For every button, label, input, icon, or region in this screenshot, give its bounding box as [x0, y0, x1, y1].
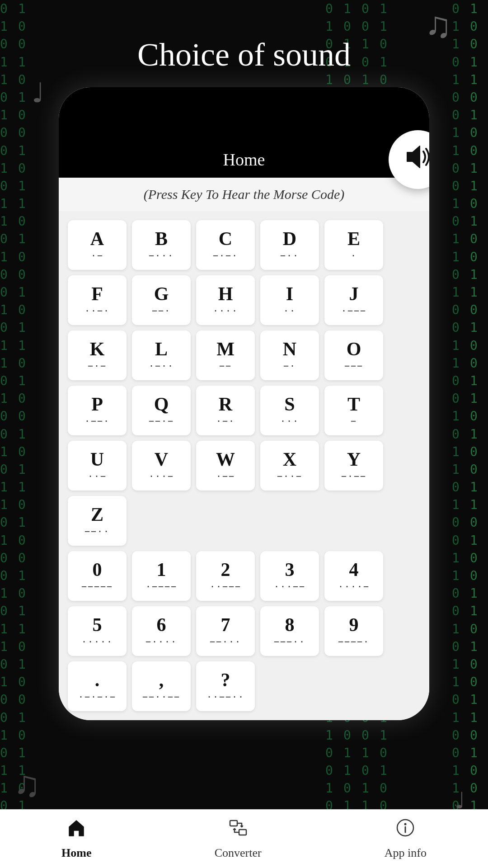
- key-morse: −···: [149, 250, 174, 261]
- morse-key[interactable]: O−−−: [324, 330, 383, 380]
- morse-key[interactable]: A·−: [68, 220, 127, 270]
- morse-key[interactable]: 2··−−−: [196, 551, 255, 601]
- music-note-icon: ♩: [455, 788, 465, 814]
- morse-row: A·−B−···C−·−·D−··E·: [68, 220, 420, 270]
- morse-key[interactable]: D−··: [260, 220, 319, 270]
- morse-key[interactable]: C−·−·: [196, 220, 255, 270]
- morse-row: F··−·G−−·H····I··J·−−−: [68, 275, 420, 325]
- morse-key[interactable]: P·−−·: [68, 386, 127, 435]
- key-morse: ···−: [149, 471, 174, 481]
- key-morse: −−··: [84, 526, 110, 537]
- morse-key[interactable]: 6−····: [132, 606, 191, 656]
- morse-key[interactable]: 3···−−: [260, 551, 319, 601]
- morse-key[interactable]: M−−: [196, 330, 255, 380]
- key-morse: ·−−·: [84, 415, 110, 426]
- morse-key[interactable]: R·−·: [196, 386, 255, 435]
- morse-key[interactable]: F··−·: [68, 275, 127, 325]
- morse-key[interactable]: 0−−−−−: [68, 551, 127, 601]
- morse-key[interactable]: X−··−: [260, 441, 319, 491]
- morse-key[interactable]: 9−−−−·: [324, 606, 383, 656]
- morse-row: .·−·−·−,−−··−−?··−−··: [68, 661, 420, 711]
- morse-key[interactable]: U··−: [68, 441, 127, 491]
- morse-key[interactable]: Q−−·−: [132, 386, 191, 435]
- nav-converter-label: Converter: [215, 846, 262, 860]
- key-letter: B: [155, 229, 168, 248]
- morse-keyboard: A·−B−···C−·−·D−··E·F··−·G−−·H····I··J·−−…: [59, 211, 429, 720]
- key-morse: −·−·: [213, 250, 238, 261]
- key-morse: −: [351, 415, 357, 426]
- key-letter: 1: [157, 560, 166, 579]
- morse-key[interactable]: E·: [324, 220, 383, 270]
- phone-content: (Press Key To Hear the Morse Code) A·−B−…: [59, 178, 429, 720]
- morse-key[interactable]: Y−·−−: [324, 441, 383, 491]
- key-morse: −··: [280, 250, 299, 261]
- key-letter: R: [219, 395, 232, 414]
- key-morse: ···: [280, 415, 299, 426]
- morse-key[interactable]: N−·: [260, 330, 319, 380]
- music-note-icon: ♩: [32, 77, 44, 109]
- key-letter: T: [347, 395, 360, 414]
- key-morse: ··: [283, 305, 296, 316]
- morse-key[interactable]: W·−−: [196, 441, 255, 491]
- morse-key[interactable]: V···−: [132, 441, 191, 491]
- morse-row: P·−−·Q−−·−R·−·S···T−: [68, 386, 420, 435]
- morse-key[interactable]: H····: [196, 275, 255, 325]
- morse-key[interactable]: S···: [260, 386, 319, 435]
- morse-key[interactable]: K−·−: [68, 330, 127, 380]
- morse-row: 0−−−−−1·−−−−2··−−−3···−−4····−: [68, 551, 420, 601]
- key-morse: −·: [283, 360, 296, 371]
- nav-converter[interactable]: Converter: [197, 813, 280, 864]
- svg-point-4: [404, 823, 407, 826]
- volume-icon: [404, 142, 429, 177]
- morse-key[interactable]: G−−·: [132, 275, 191, 325]
- key-letter: V: [155, 450, 168, 469]
- key-morse: −−·: [152, 305, 171, 316]
- key-morse: ·−··: [149, 360, 174, 371]
- morse-key[interactable]: Z−−··: [68, 496, 127, 546]
- morse-row: Z−−··: [68, 496, 420, 546]
- page-container: Choice of sound Home (Press Key: [0, 0, 488, 868]
- svg-rect-0: [230, 821, 237, 826]
- morse-key[interactable]: J·−−−: [324, 275, 383, 325]
- music-note-icon: ♫: [14, 764, 41, 805]
- key-morse: −−··−−: [142, 691, 180, 702]
- morse-row: U··−V···−W·−−X−··−Y−·−−: [68, 441, 420, 491]
- morse-key[interactable]: 4····−: [324, 551, 383, 601]
- key-morse: −····: [145, 636, 177, 647]
- morse-key[interactable]: ,−−··−−: [132, 661, 191, 711]
- phone-top-bar: [59, 87, 429, 142]
- key-letter: N: [283, 340, 296, 359]
- morse-key[interactable]: I··: [260, 275, 319, 325]
- key-morse: ··−−··: [206, 691, 244, 702]
- key-morse: ·: [351, 250, 357, 261]
- key-morse: ·−: [91, 250, 103, 261]
- morse-row: 5·····6−····7−−···8−−−··9−−−−·: [68, 606, 420, 656]
- nav-home-label: Home: [61, 846, 91, 860]
- key-morse: ···−−: [274, 581, 305, 592]
- key-letter: A: [90, 229, 104, 248]
- key-letter: G: [154, 284, 169, 303]
- key-morse: ····−: [338, 581, 370, 592]
- phone-subtitle: (Press Key To Hear the Morse Code): [59, 178, 429, 211]
- morse-key[interactable]: 1·−−−−: [132, 551, 191, 601]
- svg-rect-1: [239, 830, 246, 835]
- morse-key[interactable]: T−: [324, 386, 383, 435]
- morse-key[interactable]: 8−−−··: [260, 606, 319, 656]
- key-letter: F: [91, 284, 103, 303]
- phone-header-title: Home: [223, 150, 265, 169]
- key-letter: 6: [157, 615, 166, 634]
- morse-key[interactable]: 5·····: [68, 606, 127, 656]
- key-letter: I: [286, 284, 293, 303]
- key-letter: 2: [221, 560, 230, 579]
- nav-app-info[interactable]: App info: [366, 813, 445, 864]
- nav-home[interactable]: Home: [43, 813, 109, 864]
- morse-key[interactable]: .·−·−·−: [68, 661, 127, 711]
- key-letter: D: [283, 229, 296, 248]
- morse-key[interactable]: B−···: [132, 220, 191, 270]
- key-letter: E: [347, 229, 360, 248]
- morse-key[interactable]: ?··−−··: [196, 661, 255, 711]
- page-title: Choice of sound: [137, 36, 351, 74]
- key-morse: ·−·−·−: [78, 691, 116, 702]
- morse-key[interactable]: L·−··: [132, 330, 191, 380]
- morse-key[interactable]: 7−−···: [196, 606, 255, 656]
